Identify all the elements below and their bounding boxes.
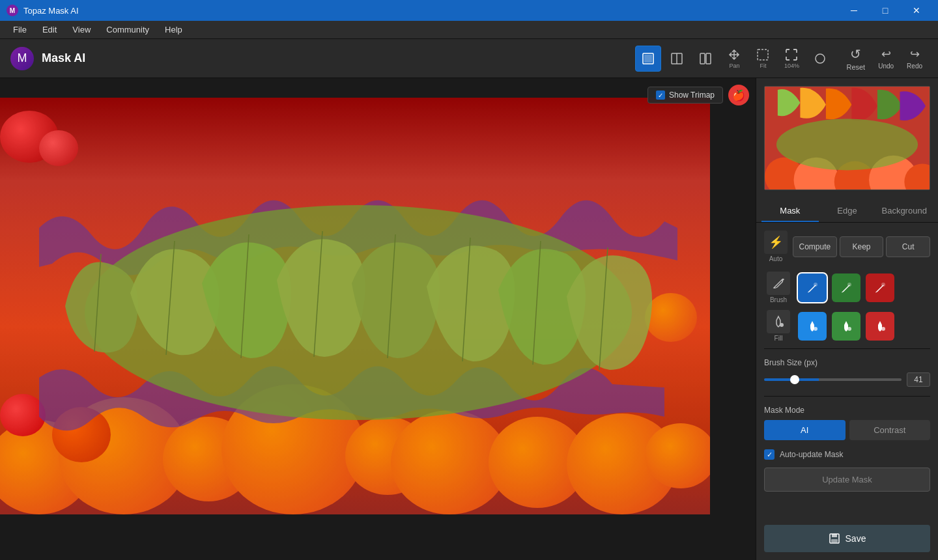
single-view-button[interactable] xyxy=(635,46,661,72)
menu-edit[interactable]: Edit xyxy=(35,22,64,37)
pan-label: Pan xyxy=(729,63,739,69)
thumbnail xyxy=(764,86,930,190)
svg-rect-18 xyxy=(832,534,837,537)
update-mask-button[interactable]: Update Mask xyxy=(764,468,930,492)
ai-mode-button[interactable]: AI xyxy=(764,420,846,440)
menu-community[interactable]: Community xyxy=(98,22,157,37)
app-name-label: Mask AI xyxy=(42,51,635,65)
split-view-button[interactable] xyxy=(664,46,690,72)
maximize-button[interactable]: □ xyxy=(870,0,900,21)
fill-green-button[interactable] xyxy=(832,312,860,341)
view-toolbar: Pan Fit 104% xyxy=(635,46,833,72)
contrast-mode-button[interactable]: Contrast xyxy=(849,420,931,440)
svg-point-14 xyxy=(814,327,817,331)
save-icon xyxy=(829,533,840,544)
trimap-overlay xyxy=(0,98,710,514)
fit-label: Fit xyxy=(760,63,766,69)
fill-color-buttons xyxy=(798,312,930,341)
action-buttons: Compute Keep Cut xyxy=(793,236,930,257)
fill-green-icon xyxy=(840,320,853,333)
svg-point-9 xyxy=(816,54,825,63)
divider-2 xyxy=(764,396,930,397)
window-controls: ─ □ ✕ xyxy=(839,0,931,21)
fill-label: Fill xyxy=(775,335,783,342)
svg-point-15 xyxy=(847,327,851,331)
trimap-label: Show Trimap xyxy=(669,91,715,100)
auto-update-row: ✓ Auto-update Mask xyxy=(764,449,930,460)
svg-point-13 xyxy=(780,323,784,327)
brush-color-buttons xyxy=(798,273,930,302)
mask-mode-label: Mask Mode xyxy=(764,406,930,415)
svg-rect-3 xyxy=(644,55,652,63)
menu-help[interactable]: Help xyxy=(157,22,190,37)
brush-red-icon xyxy=(874,281,887,294)
tab-mask[interactable]: Mask xyxy=(761,201,819,222)
app-title: Topaz Mask AI xyxy=(23,6,839,16)
brush-label: Brush xyxy=(770,296,787,303)
close-button[interactable]: ✕ xyxy=(902,0,931,21)
scene-container xyxy=(0,98,710,514)
menu-file[interactable]: File xyxy=(5,22,35,37)
panel-tabs: Mask Edge Background xyxy=(756,201,938,223)
right-panel: Mask Edge Background ⚡ Auto Compute Keep… xyxy=(756,78,938,560)
auto-button[interactable]: ⚡ Auto xyxy=(764,231,788,262)
thumb-green-strip xyxy=(776,119,918,170)
active-ring xyxy=(797,272,828,303)
zoom-level: 104% xyxy=(784,63,799,69)
main-area: ✓ Show Trimap 🍎 xyxy=(0,78,938,560)
cut-button[interactable]: Cut xyxy=(886,236,930,257)
brush-size-slider[interactable] xyxy=(764,378,902,381)
fullscreen-button[interactable]: 104% xyxy=(778,46,804,72)
thumbnail-svg xyxy=(765,87,930,189)
tab-edge[interactable]: Edge xyxy=(819,201,876,222)
red-tint xyxy=(0,98,710,514)
auto-update-label: Auto-update Mask xyxy=(780,450,843,459)
keep-button[interactable]: Keep xyxy=(840,236,884,257)
app-logo: M xyxy=(10,47,34,70)
brush-size-section: Brush Size (px) 41 xyxy=(764,358,930,387)
save-label: Save xyxy=(846,533,866,544)
redo-label: Redo xyxy=(907,63,922,70)
svg-point-16 xyxy=(881,327,885,331)
minimize-button[interactable]: ─ xyxy=(839,0,869,21)
svg-rect-6 xyxy=(700,53,705,64)
appheader: M Mask AI Pan Fit 104% ↺ Reset xyxy=(0,39,938,78)
show-trimap-button[interactable]: ✓ Show Trimap xyxy=(647,87,723,104)
svg-point-12 xyxy=(881,283,885,287)
brush-size-label: Brush Size (px) xyxy=(764,358,930,367)
canvas-area[interactable]: ✓ Show Trimap 🍎 xyxy=(0,78,756,560)
brush-row: Brush xyxy=(764,272,930,303)
brush-green-icon xyxy=(840,281,853,294)
action-row: ⚡ Auto Compute Keep Cut xyxy=(764,231,930,262)
fit-button[interactable]: Fit xyxy=(750,46,776,72)
menu-view[interactable]: View xyxy=(64,22,98,37)
brush-blue-active-button[interactable] xyxy=(798,273,827,302)
panel-controls: ⚡ Auto Compute Keep Cut Brush xyxy=(756,223,938,525)
brush-red-button[interactable] xyxy=(866,273,894,302)
fill-blue-button[interactable] xyxy=(798,312,827,341)
apple-button[interactable]: 🍎 xyxy=(728,85,749,105)
brush-size-value: 41 xyxy=(907,372,930,387)
compute-button[interactable]: Compute xyxy=(793,236,837,257)
trimap-checkbox: ✓ xyxy=(656,91,665,100)
auto-update-checkbox[interactable]: ✓ xyxy=(764,449,775,460)
brush-green-button[interactable] xyxy=(832,273,860,302)
redo-button[interactable]: ↪ Redo xyxy=(902,44,928,72)
image-canvas xyxy=(0,78,756,560)
pan-button[interactable]: Pan xyxy=(721,46,747,72)
slider-row: 41 xyxy=(764,372,930,387)
fill-red-button[interactable] xyxy=(866,312,894,341)
mask-mode-section: Mask Mode AI Contrast xyxy=(764,406,930,440)
circle-tool-button[interactable] xyxy=(807,46,833,72)
auto-label: Auto xyxy=(769,255,783,262)
undo-redo-group: ↩ Undo ↪ Redo xyxy=(873,44,928,72)
brush-label-col: Brush xyxy=(764,272,793,303)
auto-icon: ⚡ xyxy=(764,231,788,254)
tab-background[interactable]: Background xyxy=(875,201,933,222)
save-button[interactable]: Save xyxy=(764,525,930,552)
titlebar: M Topaz Mask AI ─ □ ✕ xyxy=(0,0,938,21)
reset-button[interactable]: ↺ Reset xyxy=(846,46,865,71)
side-by-side-button[interactable] xyxy=(692,46,718,72)
undo-button[interactable]: ↩ Undo xyxy=(873,44,899,72)
svg-rect-19 xyxy=(831,539,838,542)
